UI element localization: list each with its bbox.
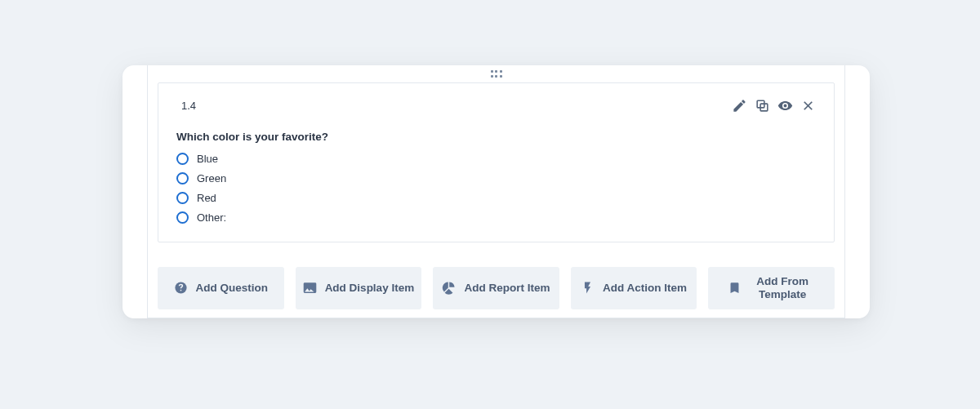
option-item[interactable]: Red	[176, 192, 816, 204]
copy-icon	[755, 98, 770, 113]
edit-button[interactable]	[731, 98, 747, 114]
eye-icon	[777, 98, 793, 113]
radio-icon	[176, 192, 189, 204]
question-number: 1.4	[176, 100, 196, 112]
visibility-button[interactable]	[777, 98, 793, 114]
radio-icon	[176, 172, 189, 184]
add-action-item-button[interactable]: Add Action Item	[571, 267, 697, 309]
grip-icon	[491, 70, 502, 78]
radio-icon	[176, 211, 189, 224]
add-report-item-button[interactable]: Add Report Item	[433, 267, 559, 309]
question-prompt: Which color is your favorite?	[176, 131, 816, 143]
pie-chart-icon	[442, 281, 456, 295]
add-display-item-button[interactable]: Add Display Item	[296, 267, 422, 309]
option-item[interactable]: Green	[176, 172, 816, 184]
option-label: Green	[197, 172, 226, 184]
lightning-icon	[581, 281, 595, 295]
option-label: Blue	[197, 153, 218, 165]
option-item[interactable]: Blue	[176, 153, 816, 165]
add-from-template-button[interactable]: Add From Template	[708, 267, 835, 309]
option-item[interactable]: Other:	[176, 211, 816, 224]
button-label: Add Report Item	[464, 282, 550, 295]
close-icon	[800, 98, 816, 113]
action-bar: Add Question Add Display Item Add Report…	[148, 242, 844, 309]
options-list: Blue Green Red Other:	[176, 153, 816, 224]
question-toolbar	[731, 98, 816, 114]
duplicate-button[interactable]	[754, 98, 770, 114]
card-inner: 1.4 Which color is your favo	[147, 65, 845, 318]
bookmark-icon	[728, 281, 742, 295]
option-label: Other:	[197, 211, 226, 224]
add-question-button[interactable]: Add Question	[158, 267, 284, 309]
button-label: Add Question	[196, 282, 269, 295]
button-label: Add Action Item	[603, 282, 687, 295]
button-label: Add Display Item	[325, 282, 415, 295]
question-icon	[174, 281, 188, 295]
form-builder-card: 1.4 Which color is your favo	[122, 65, 870, 318]
delete-button[interactable]	[800, 98, 816, 114]
option-label: Red	[197, 192, 216, 204]
question-panel: 1.4 Which color is your favo	[158, 82, 835, 242]
pencil-icon	[732, 98, 747, 113]
radio-icon	[176, 153, 189, 165]
button-label: Add From Template	[750, 275, 815, 301]
image-icon	[303, 281, 317, 295]
drag-handle[interactable]	[148, 65, 844, 82]
